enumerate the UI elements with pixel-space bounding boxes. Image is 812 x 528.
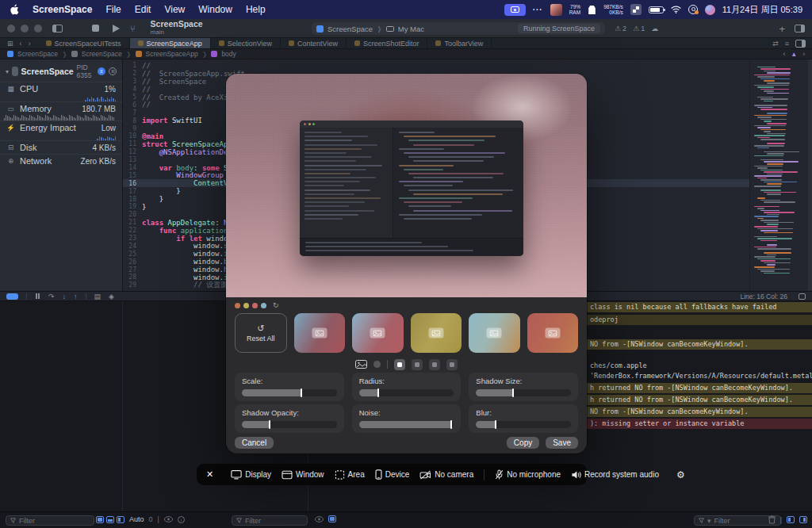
process-header[interactable]: ▾ ScreenSpace PID 6355 ≡ xyxy=(0,59,122,82)
menu-item-edit[interactable]: Edit xyxy=(135,4,151,15)
copy-button[interactable]: Copy xyxy=(507,437,539,449)
editor-mode-icon[interactable] xyxy=(799,293,806,300)
next-issue-icon[interactable]: › xyxy=(802,50,805,58)
gauge-row-memory[interactable]: ▭Memory180.7 MB xyxy=(0,101,122,115)
slider-thumb[interactable] xyxy=(269,420,270,429)
user-switch-icon[interactable] xyxy=(688,5,698,14)
shuffle-colors-icon[interactable]: ↻ xyxy=(273,302,279,309)
screen-recording-indicator[interactable] xyxy=(504,4,526,16)
padding-option-2[interactable] xyxy=(412,359,423,370)
capture-option-device[interactable]: Device xyxy=(375,469,410,480)
console-line[interactable]: class is nil because all fallbacks have … xyxy=(585,302,812,312)
background-thumbnail-3[interactable] xyxy=(411,313,462,353)
info-icon[interactable]: i xyxy=(178,516,185,523)
variables-filter-field[interactable] xyxy=(232,515,308,526)
color-swatch-1[interactable] xyxy=(235,303,240,308)
console-line[interactable]: 'RenderBox.framework/Versions/A/Resource… xyxy=(585,371,812,381)
gauge-row-disk[interactable]: ⊟Disk4 KB/s xyxy=(0,140,122,154)
reset-all-button[interactable]: ↺ Reset All xyxy=(235,313,287,353)
tab-overview-icon[interactable]: ⊞ xyxy=(7,40,13,48)
image-background-icon[interactable] xyxy=(355,358,367,372)
menu-item-view[interactable]: View xyxy=(164,4,185,15)
slider-track[interactable] xyxy=(359,389,454,396)
capture-option-window[interactable]: Window xyxy=(282,470,324,480)
color-swatch-4[interactable] xyxy=(261,303,266,308)
slider-track[interactable] xyxy=(242,389,337,396)
padding-option-3[interactable] xyxy=(429,359,440,370)
tab-ScreenSpaceUITests[interactable]: ScreenSpaceUITests xyxy=(38,38,130,48)
close-icon[interactable]: ✕ xyxy=(206,469,213,480)
menu-clock[interactable]: 11月24日 周日 05:39 xyxy=(722,4,802,16)
background-thumbnail-1[interactable] xyxy=(294,313,346,353)
quicklook-eye-icon[interactable] xyxy=(164,516,173,522)
variables-scope[interactable]: Auto 0 | i xyxy=(129,515,185,523)
tab-ContentView[interactable]: ContentView xyxy=(281,38,347,48)
toggle-sidebar-icon[interactable] xyxy=(52,25,63,33)
color-swatch-3[interactable] xyxy=(252,303,258,308)
console-line[interactable]: h returned NO from -[NSWindow canBecomeK… xyxy=(585,383,812,393)
slider-thumb[interactable] xyxy=(495,420,496,429)
code-line[interactable]: 1// xyxy=(123,62,749,70)
no-background-icon[interactable] xyxy=(373,361,381,368)
menu-app-name[interactable]: ScreenSpace xyxy=(33,4,92,15)
siri-icon[interactable] xyxy=(705,5,715,15)
clear-console-icon[interactable] xyxy=(768,515,776,524)
menu-item-file[interactable]: File xyxy=(105,4,121,15)
scope-icon-3[interactable] xyxy=(117,516,124,523)
gauges-filter-field[interactable] xyxy=(6,515,94,526)
gauge-row-cpu[interactable]: ▦CPU1% xyxy=(0,82,122,95)
breadcrumb-item[interactable]: body xyxy=(221,50,236,58)
pause-execution-icon[interactable] xyxy=(35,293,40,299)
debug-indicator-icon[interactable]: ≡ xyxy=(98,67,105,75)
avatar[interactable] xyxy=(550,4,562,16)
console-layout-icon[interactable] xyxy=(328,515,336,522)
nav-back-icon[interactable]: ‹ xyxy=(20,40,22,48)
scope-buttons[interactable] xyxy=(96,516,124,523)
nav-forward-icon[interactable]: › xyxy=(29,40,31,48)
auto-scope-label[interactable]: Auto xyxy=(129,515,144,523)
editor-swap-icon[interactable]: ⇄ xyxy=(772,40,779,48)
gauge-row-energy-impact[interactable]: ⚡Energy ImpactLow xyxy=(0,121,122,134)
console-line[interactable]: odeproj xyxy=(585,315,812,325)
console-pane-right-icon[interactable] xyxy=(799,516,807,523)
slider-thumb[interactable] xyxy=(512,388,514,397)
slider-thumb[interactable] xyxy=(301,388,302,397)
tab-ToolbarView[interactable]: ToolbarView xyxy=(427,38,492,48)
slider-track[interactable] xyxy=(476,389,571,396)
scope-icon-2[interactable] xyxy=(106,516,114,523)
minimap-scrollbar[interactable] xyxy=(808,59,812,291)
capture-option-no-camera[interactable]: No camera xyxy=(419,470,473,480)
screenshot-preview[interactable] xyxy=(226,74,587,297)
console-pane-left-icon[interactable] xyxy=(787,516,795,523)
filter-chevron-icon[interactable]: ▾ xyxy=(707,517,711,525)
pause-process-icon[interactable] xyxy=(109,67,117,75)
console-line[interactable]: h returned NO from -[NSWindow canBecomeK… xyxy=(585,395,812,405)
add-tab-button[interactable]: + xyxy=(779,23,785,35)
console-filter-input[interactable] xyxy=(714,517,776,525)
window-controls[interactable] xyxy=(7,25,42,33)
capture-option-area[interactable]: Area xyxy=(335,470,365,480)
padding-option-1[interactable] xyxy=(394,359,405,370)
menu-item-window[interactable]: Window xyxy=(198,4,232,15)
breadcrumb-item[interactable]: ScreenSpace xyxy=(17,50,58,58)
console-line[interactable]: ): missing setter or instance variable xyxy=(585,419,812,429)
save-button[interactable]: Save xyxy=(546,437,578,449)
input-source-icon[interactable] xyxy=(630,4,642,15)
console-eye-icon[interactable] xyxy=(315,516,324,522)
editor-panel-icon[interactable] xyxy=(795,40,806,48)
tab-ScreenSpaceApp[interactable]: ScreenSpaceApp xyxy=(130,38,211,48)
breadcrumb-item[interactable]: ScreenSpace xyxy=(82,50,122,58)
wifi-icon[interactable] xyxy=(671,6,681,13)
issue-counters[interactable]: ⚠2 ⚠1 ☁ xyxy=(615,19,658,38)
capture-option-no-microphone[interactable]: No microphone xyxy=(495,469,561,480)
run-button[interactable] xyxy=(113,25,120,33)
capture-settings-gear-icon[interactable]: ⚙ xyxy=(676,469,685,480)
slider-thumb[interactable] xyxy=(377,388,379,397)
capture-option-display[interactable]: Display xyxy=(231,469,271,480)
runtime-issue-icon[interactable]: ▲ xyxy=(791,51,797,58)
view-hierarchy-icon[interactable]: ▤ xyxy=(94,293,102,300)
step-into-icon[interactable]: ↓ xyxy=(63,293,67,300)
battery-icon[interactable] xyxy=(649,6,664,13)
menu-item-help[interactable]: Help xyxy=(246,4,266,15)
prev-issue-icon[interactable]: ‹ xyxy=(783,50,785,58)
